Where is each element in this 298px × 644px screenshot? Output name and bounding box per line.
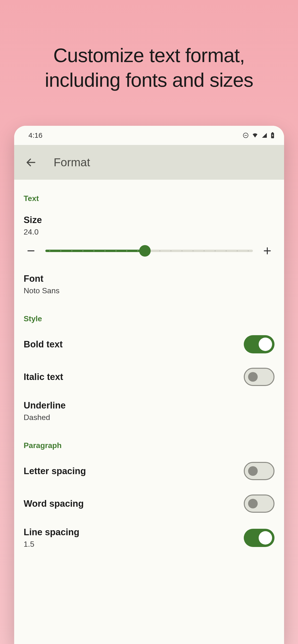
word-spacing-row: Word spacing <box>24 494 274 513</box>
battery-icon <box>271 132 274 138</box>
toggle-thumb <box>248 372 258 382</box>
bold-row: Bold text <box>24 335 274 354</box>
promo-headline-line2: including fonts and sizes <box>45 68 253 92</box>
wifi-icon <box>252 132 258 138</box>
size-label: Size <box>24 215 42 225</box>
word-spacing-label: Word spacing <box>24 498 84 509</box>
font-label: Font <box>24 274 60 284</box>
bold-label: Bold text <box>24 339 63 350</box>
status-bar: 4:16 <box>14 126 284 145</box>
svg-rect-3 <box>272 132 273 133</box>
toggle-thumb <box>248 499 258 508</box>
toggle-thumb <box>259 531 272 544</box>
size-slider[interactable] <box>45 246 253 256</box>
promo-headline: Customize text format, including fonts a… <box>45 43 253 92</box>
page-title: Format <box>54 156 90 169</box>
phone-frame: 4:16 Format Text Size 24.0 <box>14 126 284 644</box>
app-bar: Format <box>14 145 284 180</box>
size-row: Size 24.0 <box>24 215 274 236</box>
size-value: 24.0 <box>24 228 42 236</box>
dnd-icon <box>243 132 249 138</box>
word-spacing-toggle[interactable] <box>244 494 274 513</box>
font-row[interactable]: Font Noto Sans <box>24 274 274 295</box>
size-slider-row <box>24 244 274 258</box>
increase-button[interactable] <box>260 244 274 258</box>
letter-spacing-row: Letter spacing <box>24 462 274 480</box>
minus-icon <box>26 246 36 256</box>
bold-toggle[interactable] <box>244 335 274 354</box>
line-spacing-row: Line spacing 1.5 <box>24 527 274 549</box>
underline-row[interactable]: Underline Dashed <box>24 400 274 422</box>
line-spacing-toggle[interactable] <box>244 529 274 547</box>
italic-toggle[interactable] <box>244 368 274 386</box>
plus-icon <box>263 246 272 256</box>
cellular-icon <box>261 132 267 138</box>
font-value: Noto Sans <box>24 286 60 295</box>
line-spacing-value: 1.5 <box>24 540 79 549</box>
decrease-button[interactable] <box>24 244 38 258</box>
section-header-style: Style <box>24 314 274 323</box>
letter-spacing-toggle[interactable] <box>244 462 274 480</box>
arrow-left-icon <box>25 157 37 168</box>
italic-row: Italic text <box>24 368 274 386</box>
toggle-thumb <box>259 338 272 351</box>
section-header-paragraph: Paragraph <box>24 441 274 450</box>
promo-headline-line1: Customize text format, <box>45 43 253 68</box>
line-spacing-label: Line spacing <box>24 527 79 538</box>
back-button[interactable] <box>21 153 41 172</box>
toggle-thumb <box>248 466 258 476</box>
status-icons <box>243 132 274 138</box>
underline-value: Dashed <box>24 413 66 422</box>
content: Text Size 24.0 <box>14 180 284 644</box>
section-header-text: Text <box>24 194 274 203</box>
letter-spacing-label: Letter spacing <box>24 466 86 476</box>
italic-label: Italic text <box>24 372 63 382</box>
slider-thumb[interactable] <box>139 245 151 256</box>
underline-label: Underline <box>24 400 66 411</box>
status-time: 4:16 <box>29 131 43 140</box>
